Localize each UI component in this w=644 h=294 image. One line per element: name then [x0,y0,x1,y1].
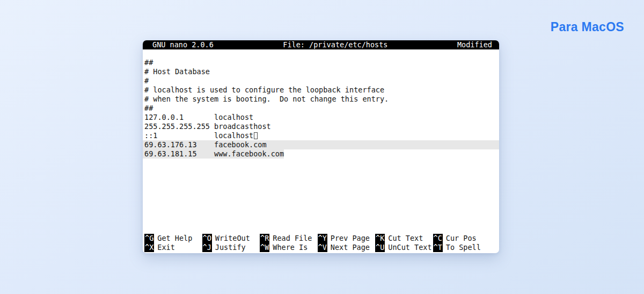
ctrl-g-key: ^G [144,234,154,243]
ctrl-c-key: ^C [433,234,443,243]
shortcut-uncut-text: ^UUnCut Text [375,243,433,252]
buffer-line-www-facebook-selected: 69.63.181.15 www.facebook.com [144,149,499,159]
ctrl-y-key: ^Y [318,234,327,243]
nano-shortcut-bar: ^GGet Help ^OWriteOut ^RRead File ^YPrev… [144,234,499,252]
buffer-line: # when the system is booting. Do not cha… [144,95,499,104]
text-cursor [254,132,258,139]
terminal-window: GNU nano 2.0.6 File: /private/etc/hosts … [143,40,499,253]
ctrl-o-key: ^O [202,234,212,243]
ctrl-x-key: ^X [144,243,154,252]
buffer-line-facebook-selected: 69.63.176.13 facebook.com [143,140,499,149]
buffer-line: # [144,76,499,85]
ctrl-j-key: ^J [202,243,212,252]
ctrl-u-key: ^U [375,243,385,252]
shortcut-writeout: ^OWriteOut [202,234,260,243]
ctrl-w-key: ^W [260,243,269,252]
shortcut-cur-pos: ^CCur Pos [433,234,491,243]
shortcut-to-spell: ^TTo Spell [433,243,491,252]
brand-watermark: Para MacOS [551,20,624,34]
ctrl-r-key: ^R [260,234,269,243]
nano-modified-status: Modified [457,40,492,49]
shortcut-row-1: ^GGet Help ^OWriteOut ^RRead File ^YPrev… [144,234,499,243]
shortcut-next-page: ^VNext Page [318,243,376,252]
ctrl-k-key: ^K [375,234,385,243]
ctrl-t-key: ^T [433,243,443,252]
shortcut-justify: ^JJustify [202,243,260,252]
nano-version-label: GNU nano 2.0.6 [152,40,214,49]
buffer-line-broadcasthost: 255.255.255.255 broadcasthost [144,122,499,131]
editor-buffer[interactable]: ## # Host Database # # localhost is used… [143,49,499,253]
nano-titlebar: GNU nano 2.0.6 File: /private/etc/hosts … [143,40,499,49]
shortcut-read-file: ^RRead File [260,234,318,243]
nano-file-path: File: /private/etc/hosts [214,40,457,49]
selected-text: 69.63.181.15 www.facebook.com [143,149,284,159]
buffer-line: # localhost is used to configure the loo… [144,85,499,95]
buffer-line: # Host Database [144,67,499,76]
shortcut-cut-text: ^KCut Text [375,234,433,243]
buffer-line: ## [144,104,499,113]
shortcut-row-2: ^XExit ^JJustify ^WWhere Is ^VNext Page … [144,243,499,252]
buffer-line-localhost: 127.0.0.1 localhost [144,113,499,122]
shortcut-get-help: ^GGet Help [144,234,202,243]
shortcut-exit: ^XExit [144,243,202,252]
shortcut-where-is: ^WWhere Is [260,243,318,252]
buffer-line-ipv6-localhost: ::1 localhost [144,131,499,140]
buffer-line: ## [144,58,499,67]
ctrl-v-key: ^V [318,243,327,252]
shortcut-prev-page: ^YPrev Page [318,234,376,243]
buffer-line-text: ::1 localhost [144,131,253,140]
